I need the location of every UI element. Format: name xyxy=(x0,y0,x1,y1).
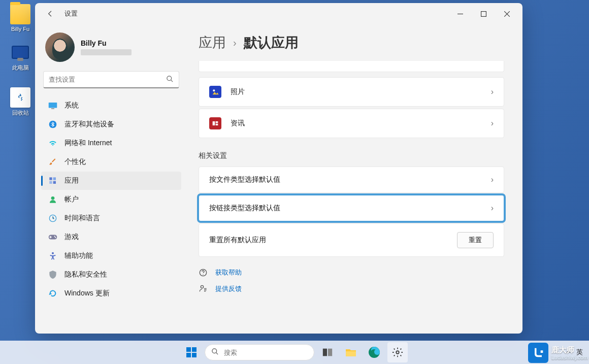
nav-label: Windows 更新 xyxy=(64,289,110,298)
svg-point-9 xyxy=(51,196,55,200)
minimize-button[interactable] xyxy=(448,6,472,21)
search-input[interactable] xyxy=(49,76,166,83)
display-icon xyxy=(48,101,57,110)
svg-rect-7 xyxy=(49,181,52,184)
nav-windows-update[interactable]: Windows 更新 xyxy=(41,284,181,303)
photos-app-icon xyxy=(209,86,221,98)
user-account-block[interactable]: Billy Fu xyxy=(40,29,182,71)
nav-time-language[interactable]: 时间和语言 xyxy=(41,209,181,227)
watermark-logo-icon xyxy=(528,343,548,363)
chevron-right-icon: › xyxy=(491,204,494,213)
svg-rect-8 xyxy=(53,181,56,184)
link-label: 提供反馈 xyxy=(215,284,242,293)
chevron-right-icon: › xyxy=(491,119,494,128)
nav-label: 辅助功能 xyxy=(64,251,93,260)
svg-point-1 xyxy=(167,76,172,80)
taskbar-task-view[interactable] xyxy=(317,342,338,362)
nav-label: 系统 xyxy=(64,101,79,110)
nav-label: 隐私和安全性 xyxy=(64,270,107,279)
svg-rect-0 xyxy=(481,11,486,16)
svg-point-13 xyxy=(55,237,56,238)
nav-label: 帐户 xyxy=(64,195,79,204)
monitor-icon xyxy=(12,46,29,59)
sidebar: Billy Fu 系统 蓝牙和其他设备 网络和 Internet 个性化 应用 … xyxy=(35,24,187,334)
svg-rect-30 xyxy=(328,349,332,356)
nav-label: 个性化 xyxy=(64,157,86,167)
card-label: 资讯 xyxy=(231,119,482,128)
svg-rect-24 xyxy=(186,347,191,352)
svg-rect-26 xyxy=(186,353,191,357)
search-settings[interactable] xyxy=(43,71,179,88)
nav-gaming[interactable]: 游戏 xyxy=(41,228,181,246)
svg-point-22 xyxy=(203,274,203,275)
taskbar-edge[interactable] xyxy=(364,342,384,362)
back-button[interactable] xyxy=(43,7,57,21)
nav-accessibility[interactable]: 辅助功能 xyxy=(41,247,181,265)
apps-icon xyxy=(48,176,57,185)
svg-rect-3 xyxy=(51,108,54,109)
section-title-related: 相关设置 xyxy=(199,151,504,160)
search-icon xyxy=(211,348,219,357)
desktop-icon-this-pc[interactable]: 此电脑 xyxy=(4,46,37,72)
help-icon xyxy=(199,269,208,277)
reset-button[interactable]: 重置 xyxy=(457,232,494,248)
card-by-filetype[interactable]: 按文件类型选择默认值 › xyxy=(199,167,504,193)
nav-bluetooth[interactable]: 蓝牙和其他设备 xyxy=(41,115,181,134)
desktop-icon-label: 回收站 xyxy=(4,109,37,117)
start-button[interactable] xyxy=(181,342,202,362)
card-reset-defaults: 重置所有默认应用 重置 xyxy=(199,223,504,257)
desktop-icon-label: 此电脑 xyxy=(4,64,37,72)
windows-update-icon xyxy=(48,289,57,298)
nav-privacy[interactable]: 隐私和安全性 xyxy=(41,266,181,284)
breadcrumb-parent[interactable]: 应用 xyxy=(199,34,226,52)
user-email-redacted xyxy=(81,49,132,55)
close-button[interactable] xyxy=(495,6,518,21)
watermark-url: Ludashiwj.com xyxy=(551,355,588,360)
bluetooth-icon xyxy=(48,120,57,129)
nav-system[interactable]: 系统 xyxy=(41,96,181,115)
chevron-right-icon: › xyxy=(491,87,494,96)
link-label: 获取帮助 xyxy=(215,268,242,277)
svg-rect-6 xyxy=(53,177,56,180)
desktop-icon-recycle-bin[interactable]: 回收站 xyxy=(4,87,37,117)
content-area: 应用 › 默认应用 照片 › 资讯 › 相关设置 按文件类型选择默认值 › xyxy=(187,24,522,334)
nav-label: 网络和 Internet xyxy=(64,139,112,148)
taskbar-file-explorer[interactable] xyxy=(341,342,361,362)
app-card-photos[interactable]: 照片 › xyxy=(199,77,504,107)
svg-point-12 xyxy=(54,236,55,237)
svg-rect-25 xyxy=(192,347,197,352)
app-card-news[interactable]: 资讯 › xyxy=(199,109,504,138)
card-partial-top xyxy=(199,61,504,72)
window-title: 设置 xyxy=(64,9,78,18)
nav-label: 时间和语言 xyxy=(64,214,100,223)
taskbar-search-input[interactable] xyxy=(224,349,309,356)
maximize-button[interactable] xyxy=(472,6,495,21)
nav-apps[interactable]: 应用 xyxy=(41,172,181,190)
desktop-icon-folder[interactable]: Billy Fu xyxy=(4,4,37,32)
shield-icon xyxy=(48,270,57,279)
taskbar-search[interactable] xyxy=(205,344,314,360)
give-feedback-link[interactable]: 提供反馈 xyxy=(199,284,504,293)
nav-accounts[interactable]: 帐户 xyxy=(41,190,181,209)
svg-rect-18 xyxy=(213,121,215,125)
get-help-link[interactable]: 获取帮助 xyxy=(199,268,504,277)
accessibility-icon xyxy=(48,251,57,260)
nav-personalize[interactable]: 个性化 xyxy=(41,153,181,171)
chevron-right-icon: › xyxy=(233,37,237,49)
svg-point-14 xyxy=(52,252,54,254)
svg-point-32 xyxy=(396,351,399,354)
svg-point-16 xyxy=(213,89,215,91)
globe-clock-icon xyxy=(48,214,57,223)
card-label: 照片 xyxy=(231,87,482,96)
nav-label: 蓝牙和其他设备 xyxy=(64,120,114,129)
chevron-right-icon: › xyxy=(491,175,494,184)
card-by-linktype[interactable]: 按链接类型选择默认值 › xyxy=(199,195,504,221)
svg-rect-19 xyxy=(216,121,218,123)
nav-label: 应用 xyxy=(64,176,79,185)
taskbar-settings[interactable] xyxy=(387,342,408,362)
user-name: Billy Fu xyxy=(81,39,132,47)
footer-links: 获取帮助 提供反馈 xyxy=(199,268,504,293)
gamepad-icon xyxy=(48,233,57,242)
nav-network[interactable]: 网络和 Internet xyxy=(41,134,181,152)
svg-rect-17 xyxy=(211,119,219,127)
